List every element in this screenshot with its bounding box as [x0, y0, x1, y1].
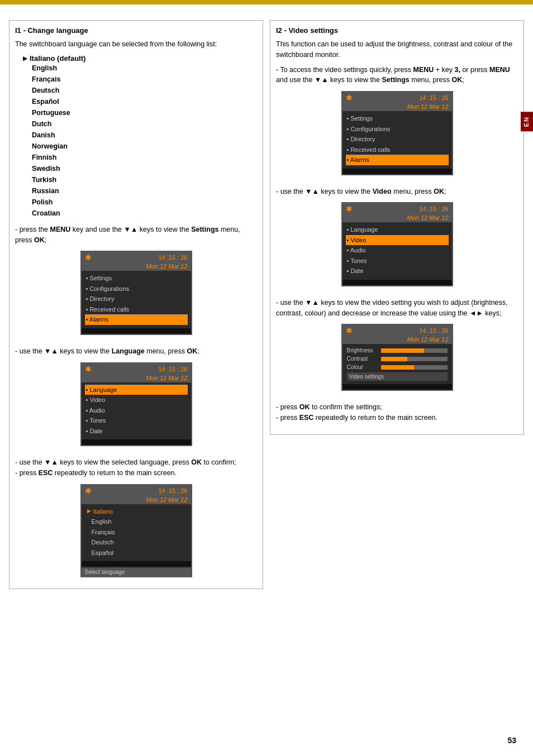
lang-deutsch: Deutsch [32, 85, 257, 96]
brightness-label: Brightness [347, 347, 378, 353]
left-select-label: Select language [82, 568, 191, 576]
right-menu-item-1-1: • Configurations [346, 124, 449, 135]
right-settings-keyword: Settings [382, 76, 409, 84]
brightness-fill [381, 348, 424, 353]
left-instruction3: - use the ▼▲ keys to view the selected l… [15, 457, 257, 479]
top-accent-bar [0, 0, 533, 4]
right-section-box: I2 - Video settings This function can be… [270, 20, 524, 435]
right-monitor-settings-body: Brightness Contrast [342, 344, 452, 384]
lang-swedish: Swedish [32, 163, 257, 174]
left-screen3-container: ✱ 14 :15 : 26 Mon 12 Mar 12 Italiano Eng… [15, 484, 257, 583]
left-monitor-time-1: 14 :15 : 26 [159, 254, 188, 261]
settings-keyword-1: Settings [191, 226, 218, 233]
right-monitor-time-2: 14 :15 : 26 [420, 205, 449, 212]
left-menu-item-2-4: • Date [85, 426, 188, 437]
left-screen1-container: ✱ 14 :15 : 26 Mon 12 Mar 12 • Settings •… [15, 251, 257, 341]
left-monitor-date-1: Mon 12 Mar 12 [82, 263, 191, 271]
left-monitor-date-3: Mon 12 Mar 12 [82, 496, 191, 504]
right-monitor-screen-2: ✱ 14 :15 : 26 Mon 12 Mar 12 • Language •… [341, 202, 453, 286]
left-lang-italiano: Italiano [85, 506, 188, 517]
video-settings-label: Video settings [347, 372, 448, 381]
main-content: I1 - Change language The switchboard lan… [6, 20, 527, 589]
right-monitor-time-1: 14 :15 : 26 [420, 94, 449, 101]
right-3-keyword: 3, [454, 66, 460, 74]
right-menu-item-2-4: • Date [346, 266, 449, 276]
left-menu-item-2-1: • Video [85, 395, 188, 405]
left-lang-deutsch: Deutsch [85, 537, 188, 548]
right-column: I2 - Video settings This function can be… [270, 20, 524, 589]
right-video-keyword: Video [373, 188, 392, 195]
right-instruction4: - press OK to confirm the settings; - pr… [276, 402, 518, 423]
language-list: Italiano (default) English Français Deut… [23, 54, 257, 219]
left-lang-english: English [85, 516, 188, 527]
language-others: English Français Deutsch Español Portugu… [23, 63, 257, 219]
right-monitor-bottom-3 [342, 384, 452, 390]
language-side-tab: EN [521, 112, 533, 131]
right-monitor-body-1: • Settings • Configurations • Directory … [342, 111, 452, 169]
left-monitor-star-3: ✱ [85, 486, 92, 495]
contrast-label: Contrast [347, 356, 378, 362]
right-instruction3: - use the ▼▲ keys to view the video sett… [276, 298, 518, 319]
menu-keyword-1: MENU [50, 226, 71, 233]
left-monitor-date-2: Mon 12 Mar 12 [82, 375, 191, 382]
colour-label: Colour [347, 364, 378, 370]
ok-keyword-2: OK [187, 347, 198, 355]
right-menu-item-2-0: • Language [346, 224, 449, 235]
right-monitor-top-bar-2: ✱ 14 :15 : 26 [342, 203, 452, 214]
esc-keyword-1: ESC [39, 469, 53, 477]
contrast-fill [381, 357, 408, 361]
ok-keyword-1: OK [34, 236, 45, 244]
left-menu-item-1-0: • Settings [85, 273, 188, 284]
right-instruction2: - use the ▼▲ keys to view the Video menu… [276, 186, 518, 197]
right-monitor-star-3: ✱ [346, 326, 353, 335]
left-monitor-body-3: Italiano English Français Deutsch Españo… [82, 504, 191, 562]
left-section-title: I1 - Change language [15, 26, 257, 35]
colour-fill [381, 365, 415, 370]
language-keyword-1: Language [112, 347, 145, 355]
left-instruction1: - press the MENU key and use the ▼▲ keys… [15, 224, 257, 246]
right-menu-keyword-1: MENU [413, 66, 434, 74]
right-colour-row: Colour [347, 364, 448, 370]
right-section-title: I2 - Video settings [276, 26, 518, 35]
right-monitor-screen-1: ✱ 14 :15 : 26 Mon 12 Mar 12 • Settings •… [341, 91, 453, 175]
left-intro-text: The switchboard language can be selected… [15, 39, 257, 50]
left-column: I1 - Change language The switchboard lan… [9, 20, 263, 589]
right-monitor-star-2: ✱ [346, 204, 353, 213]
lang-turkish: Turkish [32, 174, 257, 185]
lang-finnish: Finnish [32, 152, 257, 163]
lang-english: English [32, 63, 257, 74]
left-menu-item-2-3: • Tones [85, 415, 188, 426]
right-monitor-time-3: 14 :15 : 26 [420, 327, 449, 334]
right-screen3-container: ✱ 14 :15 : 26 Mon 12 Mar 12 Brightness [276, 324, 518, 396]
left-monitor-star-2: ✱ [85, 365, 92, 374]
lang-francais: Français [32, 74, 257, 85]
right-monitor-body-2: • Language • Video • Audio • Tones • Dat… [342, 222, 452, 280]
right-intro-text: This function can be used to adjust the … [276, 39, 518, 60]
left-menu-item-2-0: • Language [85, 385, 188, 395]
lang-danish: Danish [32, 130, 257, 141]
right-menu-item-1-3: • Received calls [346, 145, 449, 155]
right-menu-item-2-1: • Video [346, 235, 449, 246]
right-monitor-top-bar-3: ✱ 14 :15 : 26 [342, 325, 452, 336]
contrast-bar [381, 357, 448, 361]
left-section-box: I1 - Change language The switchboard lan… [9, 20, 263, 589]
right-monitor-bottom-1 [342, 169, 452, 174]
right-monitor-top-bar-1: ✱ 14 :15 : 26 [342, 92, 452, 103]
lang-croatian: Croatian [32, 208, 257, 219]
left-monitor-bottom-1 [82, 328, 191, 334]
left-monitor-screen-3: ✱ 14 :15 : 26 Mon 12 Mar 12 Italiano Eng… [80, 484, 192, 578]
right-menu-item-2-3: • Tones [346, 256, 449, 266]
left-monitor-screen-2: ✱ 14 :15 : 26 Mon 12 Mar 12 • Language •… [80, 362, 192, 447]
right-ok-keyword-3: OK [299, 403, 310, 411]
right-menu-item-1-0: • Settings [346, 113, 449, 124]
right-monitor-date-1: Mon 12 Mar 12 [342, 103, 452, 111]
left-monitor-time-3: 14 :15 : 26 [159, 487, 188, 494]
right-instruction1: - To access the video settings quickly, … [276, 65, 518, 86]
left-lang-francais: Français [85, 527, 188, 538]
left-lang-espanol: Español [85, 548, 188, 558]
left-monitor-body-1: • Settings • Configurations • Directory … [82, 271, 191, 328]
right-esc-keyword: ESC [299, 414, 314, 422]
left-instruction2: - use the ▼▲ keys to view the Language m… [15, 346, 257, 357]
left-monitor-star-1: ✱ [85, 253, 92, 262]
right-brightness-row: Brightness [347, 347, 448, 353]
